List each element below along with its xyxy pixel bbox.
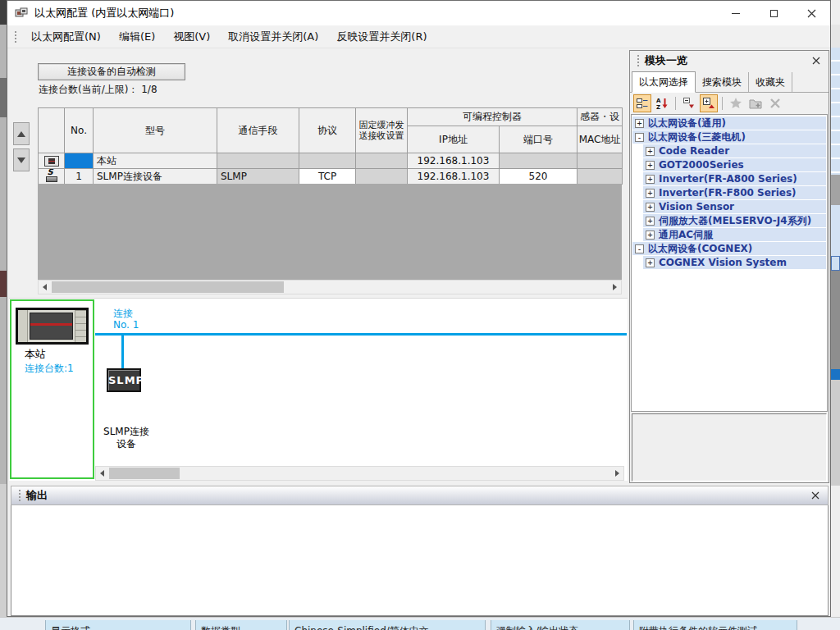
expand-icon[interactable]: + xyxy=(646,231,655,240)
output-content[interactable] xyxy=(11,505,829,616)
menu-edit[interactable]: 编辑(E) xyxy=(110,26,164,48)
scroll-left-icon[interactable] xyxy=(39,281,51,294)
connection-label: 连接 No. 1 xyxy=(113,308,139,331)
down-arrow-icon xyxy=(17,158,25,163)
tree-item-inverter-fra800[interactable]: +Inverter(FR-A800 Series) xyxy=(632,172,826,185)
expand-icon[interactable]: + xyxy=(635,119,644,128)
drag-handle-icon[interactable] xyxy=(637,54,640,67)
tree-item-servo-melservo-j4[interactable]: +伺服放大器(MELSERVO-J4系列) xyxy=(632,214,826,227)
tree-item-ethernet-mitsubishi[interactable]: -以太网设备(三菱电机) xyxy=(632,130,826,144)
drag-handle-icon[interactable] xyxy=(18,489,21,502)
cell-comm xyxy=(217,153,299,169)
tree-item-got2000[interactable]: +GOT2000Series xyxy=(632,158,826,171)
delete-icon[interactable] xyxy=(766,94,784,112)
collapse-icon[interactable]: - xyxy=(635,244,644,253)
menu-cancel-close[interactable]: 取消设置并关闭(A) xyxy=(219,26,327,48)
move-down-button[interactable] xyxy=(13,148,30,171)
scroll-right-icon[interactable] xyxy=(609,281,621,294)
cell-model[interactable]: SLMP连接设备 xyxy=(94,169,217,185)
cell-port[interactable]: 520 xyxy=(500,169,578,185)
slmp-device-node[interactable]: SLMP xyxy=(107,368,141,392)
tab-ethernet-select[interactable]: 以太网选择 xyxy=(632,71,696,93)
cell-ip[interactable]: 192.168.1.103 xyxy=(408,153,500,169)
column-header-ip: IP地址 xyxy=(408,126,500,153)
sort-az-icon[interactable]: AZ xyxy=(653,94,671,112)
tree-item-cognex-vision-system[interactable]: +COGNEX Vision System xyxy=(632,256,826,269)
move-up-button[interactable] xyxy=(13,122,30,145)
tree-item-vision-sensor[interactable]: +Vision Sensor xyxy=(632,200,826,213)
module-detail-box xyxy=(632,413,827,482)
expand-display-icon[interactable] xyxy=(700,94,718,112)
diagram-horizontal-scrollbar[interactable] xyxy=(95,466,624,481)
network-drop-line xyxy=(121,333,124,369)
connection-count-value: 1/8 xyxy=(141,84,157,95)
slmp-device-icon: S xyxy=(45,170,58,183)
host-station-panel[interactable]: 本站 连接台数:1 xyxy=(10,299,94,479)
slmp-device-label: SLMP连接设备 xyxy=(101,426,152,450)
minimize-icon xyxy=(732,13,740,14)
tree-item-code-reader[interactable]: +Code Reader xyxy=(632,144,826,158)
expand-icon[interactable]: + xyxy=(646,175,655,184)
network-diagram: 本站 连接台数:1 连接 No. 1 SLMP SLMP连接设备 xyxy=(9,298,628,481)
add-favorite-icon[interactable] xyxy=(746,94,765,112)
cell-comm[interactable]: SLMP xyxy=(217,169,299,185)
cell-no[interactable]: 1 xyxy=(65,169,94,185)
expand-icon[interactable]: + xyxy=(646,161,655,170)
close-button[interactable] xyxy=(792,1,830,25)
tab-favorites[interactable]: 收藏夹 xyxy=(749,72,792,92)
tree-item-generic-ac-servo[interactable]: +通用AC伺服 xyxy=(632,228,826,241)
device-config-table: No. 型号 通信手段 协议 固定缓冲发送接收设置 可编程控制器 感器・设 IP… xyxy=(38,107,623,185)
cell-protocol[interactable]: TCP xyxy=(299,169,356,185)
table-row-host: 本站 192.168.1.103 xyxy=(39,153,623,169)
scroll-left-icon[interactable] xyxy=(96,467,108,480)
collapse-icon[interactable]: - xyxy=(635,133,644,142)
tree-item-inverter-frf800[interactable]: +Inverter(FR-F800 Series) xyxy=(632,186,826,199)
maximize-button[interactable] xyxy=(755,1,792,25)
up-arrow-icon xyxy=(17,131,25,137)
tab-search-module[interactable]: 搜索模块 xyxy=(696,72,749,92)
status-segment: 强制输入/输出状态 xyxy=(491,620,630,630)
scrollbar-thumb[interactable] xyxy=(52,281,284,293)
expand-icon[interactable]: + xyxy=(646,189,655,198)
module-panel-close-button[interactable] xyxy=(809,53,824,68)
menu-ethernet-config[interactable]: 以太网配置(N) xyxy=(22,26,110,48)
column-header-icon xyxy=(39,108,65,153)
cell-mac xyxy=(578,153,623,169)
column-header-port: 端口号 xyxy=(500,126,578,153)
status-segment: Chinese-Simplified/简体中文 xyxy=(289,620,486,630)
cell-ip[interactable]: 192.168.1.103 xyxy=(408,169,500,185)
cell-no[interactable] xyxy=(65,153,94,169)
status-bar: 显示格式 数据类型 Chinese-Simplified/简体中文 强制输入/输… xyxy=(0,617,840,630)
background-window-right-edge xyxy=(831,0,840,630)
output-panel-close-button[interactable] xyxy=(808,488,823,503)
tree-item-ethernet-cognex[interactable]: -以太网设备(COGNEX) xyxy=(632,242,826,255)
scrollbar-thumb[interactable] xyxy=(109,468,180,479)
close-icon xyxy=(811,491,819,500)
scroll-right-icon[interactable] xyxy=(611,467,623,480)
svg-text:A: A xyxy=(656,98,661,104)
minimize-button[interactable] xyxy=(717,1,755,25)
cell-port xyxy=(500,153,578,169)
connection-count: 连接台数(当前/上限)： 1/8 xyxy=(39,83,158,97)
module-panel-title: 模块一览 xyxy=(645,53,687,68)
auto-detect-button[interactable]: 连接设备的自动检测 xyxy=(38,63,185,80)
module-panel-toolbar: AZ xyxy=(630,93,829,114)
expand-icon[interactable]: + xyxy=(646,217,655,226)
status-segment: 显示格式 xyxy=(45,620,191,630)
column-header-buffer: 固定缓冲发送接收设置 xyxy=(356,108,408,153)
favorite-star-icon[interactable] xyxy=(727,94,745,112)
module-panel-header: 模块一览 xyxy=(630,51,829,71)
expand-icon[interactable]: + xyxy=(646,147,655,156)
menu-apply-close[interactable]: 反映设置并关闭(R) xyxy=(327,26,436,48)
expand-icon[interactable]: + xyxy=(646,203,655,212)
maximize-icon xyxy=(770,10,778,17)
module-tree: +以太网设备(通用) -以太网设备(三菱电机) +Code Reader +GO… xyxy=(631,114,828,412)
cell-model[interactable]: 本站 xyxy=(94,153,217,169)
menu-view[interactable]: 视图(V) xyxy=(164,26,219,48)
tree-item-ethernet-generic[interactable]: +以太网设备(通用) xyxy=(632,116,826,130)
drag-handle-icon[interactable] xyxy=(14,30,17,43)
tree-display-icon[interactable] xyxy=(633,94,651,112)
expand-icon[interactable]: + xyxy=(646,258,655,267)
collapse-tree-icon[interactable] xyxy=(680,94,698,112)
table-horizontal-scrollbar[interactable] xyxy=(38,280,622,294)
